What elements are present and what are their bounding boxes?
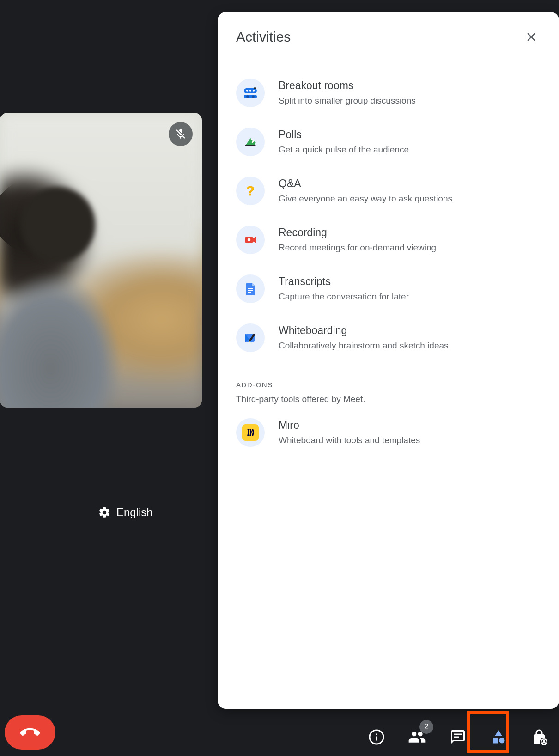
host-controls-button[interactable] — [529, 726, 550, 748]
svg-point-3 — [249, 90, 252, 92]
activity-title: Recording — [279, 226, 541, 239]
svg-point-23 — [543, 740, 545, 742]
activity-desc: Give everyone an easy way to ask questio… — [279, 193, 541, 205]
addon-miro[interactable]: Miro Whiteboard with tools and templates — [236, 408, 541, 457]
addon-desc: Whiteboard with tools and templates — [279, 434, 541, 446]
svg-rect-14 — [248, 290, 253, 291]
svg-point-7 — [252, 95, 255, 98]
activity-desc: Record meetings for on-demand viewing — [279, 242, 541, 254]
activity-desc: Split into smaller group discussions — [279, 95, 541, 107]
svg-rect-19 — [454, 737, 459, 738]
svg-point-2 — [246, 90, 249, 92]
activities-panel: Activities Breakout rooms Split into sma… — [218, 12, 559, 709]
svg-text:?: ? — [246, 183, 255, 198]
close-button[interactable] — [522, 28, 541, 46]
breakout-rooms-icon — [236, 79, 265, 107]
miro-icon — [236, 418, 265, 447]
activity-qa[interactable]: ? ? Q&A Give everyone an easy way to ask… — [236, 166, 541, 215]
activity-title: Breakout rooms — [279, 79, 541, 92]
captions-language-button[interactable]: English — [98, 506, 153, 519]
activities-button[interactable] — [488, 726, 509, 748]
activity-desc: Collaboratively brainstorm and sketch id… — [279, 340, 541, 352]
activity-title: Whiteboarding — [279, 324, 541, 337]
activity-polls[interactable]: Polls Get a quick pulse of the audience — [236, 117, 541, 166]
video-person — [0, 177, 120, 408]
addon-title: Miro — [279, 419, 541, 432]
activity-desc: Get a quick pulse of the audience — [279, 144, 541, 156]
hangup-icon — [20, 722, 40, 743]
svg-rect-1 — [244, 95, 257, 98]
bottom-bar: 2 — [0, 705, 559, 756]
captions-language-label: English — [116, 506, 153, 519]
qa-icon: ? ? — [236, 177, 265, 205]
activity-breakout-rooms[interactable]: Breakout rooms Split into smaller group … — [236, 68, 541, 117]
activity-title: Polls — [279, 128, 541, 141]
info-icon — [368, 729, 385, 745]
activity-whiteboarding[interactable]: Whiteboarding Collaboratively brainstorm… — [236, 313, 541, 362]
svg-rect-13 — [248, 288, 253, 289]
lock-person-icon — [531, 729, 547, 745]
polls-icon — [236, 128, 265, 156]
shapes-icon — [490, 729, 507, 745]
leave-call-button[interactable] — [5, 715, 55, 750]
mic-muted-icon — [169, 122, 193, 146]
close-icon — [524, 30, 538, 44]
svg-rect-8 — [245, 145, 256, 146]
participants-button[interactable]: 2 — [407, 726, 428, 748]
addons-section-label: ADD-ONS — [236, 381, 541, 389]
activity-transcripts[interactable]: Transcripts Capture the conversation for… — [236, 264, 541, 313]
activity-title: Q&A — [279, 177, 541, 190]
transcripts-icon — [236, 274, 265, 303]
svg-point-4 — [253, 90, 255, 92]
svg-point-5 — [254, 87, 256, 89]
svg-point-12 — [248, 238, 250, 241]
whiteboarding-icon — [236, 323, 265, 352]
activity-recording[interactable]: Recording Record meetings for on-demand … — [236, 215, 541, 264]
activity-desc: Capture the conversation for later — [279, 291, 541, 303]
chat-button[interactable] — [447, 726, 468, 748]
panel-title: Activities — [236, 29, 291, 45]
meeting-details-button[interactable] — [366, 726, 387, 748]
svg-point-6 — [246, 95, 249, 98]
svg-rect-18 — [454, 734, 462, 735]
participant-video-tile[interactable] — [0, 113, 202, 408]
recording-icon — [236, 226, 265, 254]
activity-title: Transcripts — [279, 275, 541, 288]
addons-section-sub: Third-party tools offered by Meet. — [236, 394, 541, 404]
svg-rect-20 — [493, 738, 498, 744]
participants-count-badge: 2 — [419, 720, 433, 734]
svg-rect-15 — [248, 292, 251, 293]
svg-point-21 — [499, 738, 505, 744]
chat-icon — [450, 729, 466, 745]
gear-icon — [98, 506, 111, 519]
